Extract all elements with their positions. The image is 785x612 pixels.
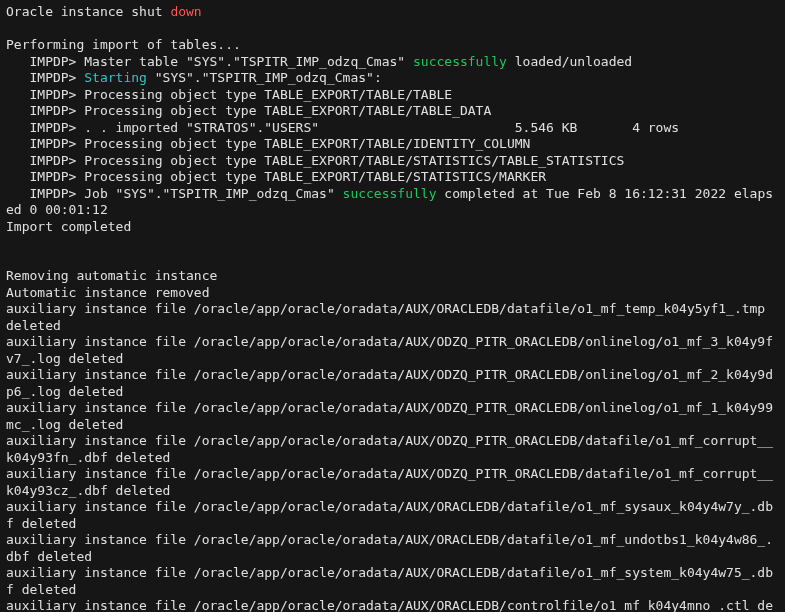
terminal-line: IMPDP> Processing object type TABLE_EXPO… [6,169,779,186]
terminal-text: auxiliary instance file /oracle/app/orac… [6,499,773,531]
terminal-line: auxiliary instance file /oracle/app/orac… [6,532,779,565]
terminal-text: successfully [343,186,437,201]
terminal-line: auxiliary instance file /oracle/app/orac… [6,367,779,400]
terminal-text: auxiliary instance file /oracle/app/orac… [6,400,773,432]
terminal-text: Automatic instance removed [6,285,210,300]
terminal-line: auxiliary instance file /oracle/app/orac… [6,565,779,598]
terminal-line: auxiliary instance file /oracle/app/orac… [6,433,779,466]
terminal-text: auxiliary instance file /oracle/app/orac… [6,532,773,564]
terminal-text: auxiliary instance file /oracle/app/orac… [6,334,773,366]
terminal-text: IMPDP> [6,70,84,85]
terminal-text: successfully [413,54,507,69]
terminal-text: auxiliary instance file /oracle/app/orac… [6,367,773,399]
terminal-line: IMPDP> Processing object type TABLE_EXPO… [6,136,779,153]
terminal-line [6,252,779,269]
terminal-line: auxiliary instance file /oracle/app/orac… [6,400,779,433]
terminal-text: Starting [84,70,147,85]
terminal-text: Performing import of tables... [6,37,241,52]
terminal-text: down [170,4,201,19]
terminal-text: IMPDP> Processing object type TABLE_EXPO… [6,169,546,184]
terminal-line: IMPDP> Processing object type TABLE_EXPO… [6,153,779,170]
terminal-text: IMPDP> Processing object type TABLE_EXPO… [6,153,624,168]
terminal-line: IMPDP> Processing object type TABLE_EXPO… [6,103,779,120]
terminal-line: IMPDP> Job "SYS"."TSPITR_IMP_odzq_Cmas" … [6,186,779,219]
terminal-line: IMPDP> Master table "SYS"."TSPITR_IMP_od… [6,54,779,71]
terminal-line: auxiliary instance file /oracle/app/orac… [6,466,779,499]
terminal-text: IMPDP> Master table "SYS"."TSPITR_IMP_od… [6,54,413,69]
terminal-line [6,235,779,252]
terminal-text: Import completed [6,219,131,234]
terminal-text: IMPDP> Processing object type TABLE_EXPO… [6,103,491,118]
terminal-text: Removing automatic instance [6,268,217,283]
terminal-text: auxiliary instance file /oracle/app/orac… [6,598,773,612]
terminal-text: "SYS"."TSPITR_IMP_odzq_Cmas": [147,70,382,85]
terminal-text: Oracle instance shut [6,4,170,19]
terminal-text: IMPDP> Processing object type TABLE_EXPO… [6,136,530,151]
terminal-text: auxiliary instance file /oracle/app/orac… [6,565,773,597]
terminal-text: IMPDP> Processing object type TABLE_EXPO… [6,87,452,102]
terminal-line: auxiliary instance file /oracle/app/orac… [6,301,779,334]
terminal-line: Automatic instance removed [6,285,779,302]
terminal-line: auxiliary instance file /oracle/app/orac… [6,334,779,367]
terminal-line [6,21,779,38]
terminal-line: Import completed [6,219,779,236]
terminal-text: auxiliary instance file /oracle/app/orac… [6,466,773,498]
terminal-text: loaded/unloaded [507,54,632,69]
terminal-line: auxiliary instance file /oracle/app/orac… [6,499,779,532]
terminal-text: IMPDP> Job "SYS"."TSPITR_IMP_odzq_Cmas" [6,186,343,201]
terminal-text: IMPDP> . . imported "STRATOS"."USERS" 5.… [6,120,679,135]
terminal-text: auxiliary instance file /oracle/app/orac… [6,433,773,465]
terminal-text: auxiliary instance file /oracle/app/orac… [6,301,773,333]
terminal-line: IMPDP> Processing object type TABLE_EXPO… [6,87,779,104]
terminal-line: IMPDP> . . imported "STRATOS"."USERS" 5.… [6,120,779,137]
terminal-line: Removing automatic instance [6,268,779,285]
terminal-output: Oracle instance shut down Performing imp… [0,0,785,612]
terminal-line: Oracle instance shut down [6,4,779,21]
terminal-line: Performing import of tables... [6,37,779,54]
terminal-line: IMPDP> Starting "SYS"."TSPITR_IMP_odzq_C… [6,70,779,87]
terminal-line: auxiliary instance file /oracle/app/orac… [6,598,779,612]
